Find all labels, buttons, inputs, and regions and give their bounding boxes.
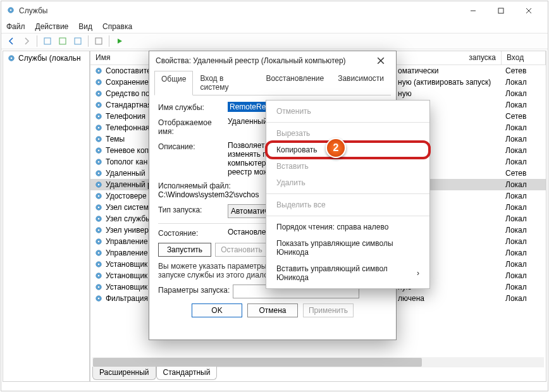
ctx-show-ucc[interactable]: Показать управляющие символы Юникода bbox=[266, 235, 429, 260]
ctx-insert-ucc-label: Вставить управляющий символ Юникода bbox=[276, 264, 417, 282]
label-state: Состояние: bbox=[158, 228, 228, 238]
app-icon bbox=[6, 6, 15, 16]
service-name: Сохранение bbox=[106, 78, 149, 87]
dialog-title: Свойства: Удаленный реестр (Локальный ко… bbox=[156, 56, 372, 65]
svg-point-26 bbox=[97, 138, 100, 140]
close-button[interactable] bbox=[515, 1, 543, 20]
label-description: Описание: bbox=[158, 141, 228, 151]
svg-point-28 bbox=[97, 149, 100, 152]
tool-icon[interactable] bbox=[92, 35, 105, 47]
service-name: Фильтрация bbox=[106, 294, 148, 303]
svg-point-34 bbox=[97, 183, 100, 186]
maximize-button[interactable] bbox=[487, 1, 515, 20]
chevron-right-icon: › bbox=[417, 269, 419, 278]
label-startup-type: Тип запуска: bbox=[158, 204, 228, 214]
svg-rect-8 bbox=[75, 38, 81, 44]
service-name: Темы bbox=[106, 135, 125, 144]
titlebar: Службы bbox=[1, 1, 548, 20]
menu-action[interactable]: Действие bbox=[35, 22, 69, 31]
menu-file[interactable]: Файл bbox=[6, 22, 25, 31]
tree-panel: Службы (локальн bbox=[3, 51, 90, 382]
svg-rect-9 bbox=[96, 38, 102, 44]
play-icon[interactable] bbox=[113, 35, 126, 47]
tree-node-services[interactable]: Службы (локальн bbox=[7, 54, 85, 63]
service-name: Телефония bbox=[106, 112, 145, 121]
svg-point-42 bbox=[97, 229, 100, 231]
tab-logon[interactable]: Вход в систему bbox=[193, 70, 259, 95]
svg-point-22 bbox=[97, 115, 100, 118]
svg-rect-6 bbox=[44, 38, 51, 44]
svg-rect-7 bbox=[59, 38, 66, 44]
svg-point-12 bbox=[10, 57, 13, 59]
menu-help[interactable]: Справка bbox=[102, 22, 132, 31]
service-name: Управление bbox=[106, 248, 148, 257]
back-icon[interactable] bbox=[5, 35, 18, 47]
service-name: Установщик bbox=[106, 283, 147, 291]
service-name: Средство по bbox=[106, 89, 150, 98]
svg-point-18 bbox=[97, 92, 100, 95]
ctx-select-all: Выделить все bbox=[266, 197, 429, 213]
svg-rect-3 bbox=[498, 8, 503, 13]
label-service-name: Имя службы: bbox=[158, 102, 228, 112]
svg-point-36 bbox=[97, 195, 100, 197]
service-name: Установщик bbox=[106, 271, 147, 280]
label-start-params: Параметры запуска: bbox=[158, 285, 233, 295]
svg-point-44 bbox=[97, 240, 100, 243]
service-name: Теневое коп bbox=[106, 146, 149, 155]
service-name: Стандартная bbox=[106, 101, 152, 109]
svg-point-14 bbox=[97, 70, 100, 72]
service-name: Сопоставите bbox=[106, 66, 151, 75]
tool-icon[interactable] bbox=[71, 35, 84, 47]
tool-icon[interactable] bbox=[56, 35, 69, 47]
service-name: Телефонная bbox=[106, 123, 150, 132]
ctx-delete: Удалить bbox=[266, 175, 429, 191]
ctx-paste: Вставить bbox=[266, 158, 429, 175]
tab-standard[interactable]: Стандартный bbox=[156, 367, 218, 380]
window-title: Службы bbox=[19, 6, 47, 15]
service-name: Узел универс bbox=[106, 226, 152, 235]
service-name: Тополог кан bbox=[106, 157, 147, 166]
cancel-button[interactable]: Отмена bbox=[247, 303, 298, 317]
menu-view[interactable]: Вид bbox=[78, 22, 92, 31]
svg-point-30 bbox=[97, 161, 100, 163]
toolbar bbox=[1, 33, 548, 49]
apply-button: Применить bbox=[303, 303, 354, 317]
minimize-button[interactable] bbox=[459, 1, 487, 20]
start-button[interactable]: Запустить bbox=[158, 243, 211, 257]
context-menu: Отменить Вырезать Копировать Вставить Уд… bbox=[266, 100, 430, 289]
ctx-cut: Вырезать bbox=[266, 125, 429, 142]
tab-recovery[interactable]: Восстановление bbox=[259, 70, 331, 95]
callout-badge: 2 bbox=[326, 138, 346, 158]
forward-icon[interactable] bbox=[20, 35, 33, 47]
tool-icon[interactable] bbox=[41, 35, 54, 47]
label-display-name: Отображаемое имя: bbox=[158, 117, 228, 136]
horizontal-scrollbar[interactable] bbox=[92, 357, 544, 367]
tab-general[interactable]: Общие bbox=[154, 71, 193, 95]
svg-point-54 bbox=[97, 297, 100, 300]
tree-node-label: Службы (локальн bbox=[18, 54, 81, 63]
svg-marker-10 bbox=[118, 39, 122, 44]
svg-point-52 bbox=[97, 286, 100, 288]
svg-point-40 bbox=[97, 217, 100, 220]
service-name: Узел службы bbox=[106, 214, 151, 223]
column-logon[interactable]: Вход bbox=[502, 51, 546, 64]
stop-button: Остановить bbox=[215, 243, 268, 257]
ctx-undo: Отменить bbox=[266, 103, 429, 119]
service-name: Удаленный р bbox=[106, 180, 152, 189]
ctx-insert-ucc[interactable]: Вставить управляющий символ Юникода › bbox=[266, 260, 429, 286]
tab-dependencies[interactable]: Зависимости bbox=[331, 70, 391, 95]
svg-point-38 bbox=[97, 206, 100, 209]
service-name: Удаленный bbox=[106, 169, 145, 178]
column-startup[interactable]: запуска bbox=[394, 51, 502, 64]
service-name: Узел системы bbox=[106, 203, 154, 212]
service-name: Удостовере bbox=[106, 192, 147, 200]
svg-point-24 bbox=[97, 126, 100, 129]
svg-point-16 bbox=[97, 81, 100, 83]
dialog-close-button[interactable] bbox=[372, 52, 390, 70]
svg-point-1 bbox=[9, 9, 12, 11]
service-name: Установщик bbox=[106, 260, 147, 269]
tab-extended[interactable]: Расширенный bbox=[92, 367, 156, 380]
ok-button[interactable]: OK bbox=[192, 303, 242, 317]
ctx-rtl[interactable]: Порядок чтения: справа налево bbox=[266, 219, 429, 235]
ctx-copy[interactable]: Копировать bbox=[266, 142, 429, 158]
